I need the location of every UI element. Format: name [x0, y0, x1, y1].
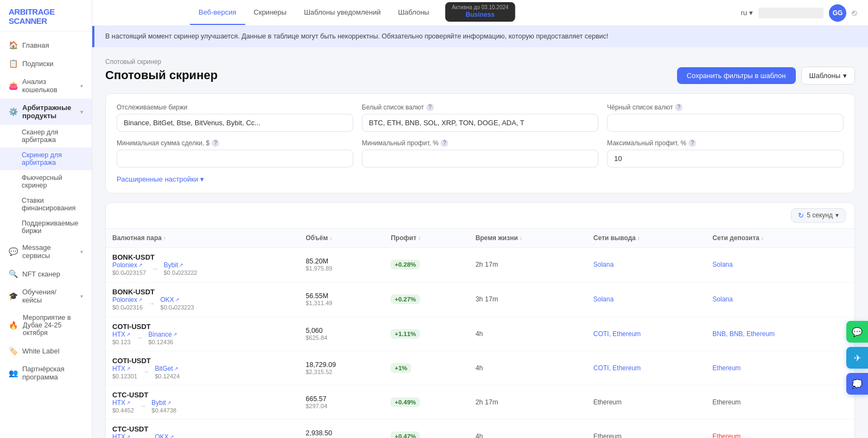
col-pair[interactable]: Валютная пара↑ — [106, 229, 299, 248]
col-withdraw_networks[interactable]: Сети вывода↕ — [587, 229, 706, 248]
cell-profit: +0.47% — [384, 419, 469, 438]
min-profit-input[interactable] — [362, 150, 598, 168]
col-lifetime[interactable]: Время жизни↕ — [469, 229, 586, 248]
deposit-network[interactable]: BNB, BNB, Ethereum — [712, 330, 775, 338]
chat-button[interactable]: 💭 — [846, 373, 868, 395]
sidebar-item-dubai-event[interactable]: 🔥Мероприятие в Дубае 24-25 октября — [0, 309, 92, 342]
to-exchange-link[interactable]: OKX ↗ — [155, 433, 180, 438]
cell-lifetime: 2h 17m — [469, 247, 586, 282]
sidebar-item-label: Мероприятие в Дубае 24-25 октября — [23, 314, 83, 337]
sidebar-item-message-services[interactable]: 💬Message сервисы▾ — [0, 239, 92, 265]
lifetime-value: 4h — [475, 364, 483, 372]
deposit-network[interactable]: Ethereum — [712, 364, 741, 372]
withdraw-network[interactable]: COTI, Ethereum — [593, 364, 641, 372]
sidebar-item-supported-exchanges[interactable]: Поддерживаемые биржи — [0, 216, 92, 239]
sidebar-item-nft-scanner[interactable]: 🔍NFT сканер — [0, 265, 92, 283]
cell-pair: BONK-USDT Poloniex ↗ $0.0₄023157 → Bybit… — [106, 247, 299, 282]
language-selector[interactable]: ru ▾ — [741, 9, 753, 17]
table-row[interactable]: CTC-USDT HTX ↗ $0.4452 → Bybit ↗ $0.4473… — [106, 385, 854, 419]
exchanges-input[interactable] — [117, 114, 353, 132]
exchange-cell: HTX ↗ $0.4452 → Bybit ↗ $0.44738 — [112, 399, 292, 414]
whitelist-help-icon[interactable]: ? — [426, 104, 434, 111]
from-exchange-link[interactable]: HTX ↗ — [112, 399, 134, 407]
external-link-icon: ↗ — [167, 400, 171, 405]
pair-name: CTC-USDT — [112, 391, 292, 399]
sidebar-item-arb-products[interactable]: ⚙️Арбитражные продукты▾ — [0, 99, 92, 125]
from-exchange-link[interactable]: HTX ↗ — [112, 331, 131, 338]
logout-button[interactable]: ⎋ — [852, 8, 857, 18]
cell-deposit-networks: Ethereum — [706, 419, 854, 438]
sidebar-item-label: Партнёрская программа — [22, 365, 83, 381]
sidebar-item-home[interactable]: 🏠Главная — [0, 36, 92, 54]
cell-volume: 5,060$625.84 — [299, 317, 384, 351]
col-volume[interactable]: Объём↕ — [299, 229, 384, 248]
blacklist-input[interactable] — [607, 114, 844, 132]
to-exchange-link[interactable]: Bybit ↗ — [151, 399, 176, 407]
telegram-button[interactable]: ✈ — [846, 347, 868, 369]
table-row[interactable]: BONK-USDT Poloniex ↗ $0.0₄023157 → Bybit… — [106, 247, 854, 282]
table-row[interactable]: COTI-USDT HTX ↗ $0.123 → Binance ↗ $0.12… — [106, 317, 854, 351]
col-profit[interactable]: Профит↕ — [384, 229, 469, 248]
sidebar-item-education[interactable]: 🎓Обучения/кейсы▾ — [0, 283, 92, 309]
to-exchange-link[interactable]: OKX ↗ — [161, 296, 194, 304]
from-exchange-link[interactable]: HTX ↗ — [112, 365, 137, 372]
filter-exchanges: Отслеживаемые биржи — [117, 104, 353, 132]
lifetime-value: 4h — [475, 433, 483, 438]
to-exchange-link[interactable]: BitGet ↗ — [155, 365, 180, 372]
from-exchange-link[interactable]: Poloniex ↗ — [112, 261, 146, 269]
tab-web[interactable]: Веб-версия — [190, 1, 245, 25]
to-exchange-link[interactable]: Binance ↗ — [149, 331, 177, 338]
tab-screeners[interactable]: Скринеры — [245, 1, 296, 25]
withdraw-network[interactable]: Ethereum — [593, 398, 622, 406]
deposit-network[interactable]: Solana — [712, 261, 732, 268]
whitelist-input[interactable] — [362, 114, 598, 132]
advanced-settings-toggle[interactable]: Расширенные настройки ▾ — [117, 175, 844, 183]
sidebar-item-wallet-analysis[interactable]: 👛Анализ кошельков▾ — [0, 73, 92, 99]
refresh-button[interactable]: ↻ 5 секунд ▾ — [791, 208, 846, 223]
cell-deposit-networks: Ethereum — [706, 385, 854, 419]
table-row[interactable]: CTC-USDT HTX ↗ $0.44522 → OKX ↗ $0.44731… — [106, 419, 854, 438]
from-exchange-link[interactable]: HTX ↗ — [112, 433, 137, 438]
from-exchange-link[interactable]: Poloniex ↗ — [112, 296, 143, 304]
filter-min-profit: Минимальный профит, % ? — [362, 139, 598, 168]
subscriptions-icon: 📋 — [9, 59, 17, 68]
sidebar-item-futures-screener[interactable]: Фьючерсный скринер — [0, 170, 92, 193]
table-row[interactable]: BONK-USDT Poloniex ↗ $0.0₄02316 → OKX ↗ … — [106, 282, 854, 317]
blacklist-label: Чёрный список валют ? — [607, 104, 844, 111]
withdraw-network[interactable]: COTI, Ethereum — [593, 330, 641, 338]
banner-text: В настоящий момент скринер улучшается. Д… — [105, 33, 608, 40]
tab-notification-templates[interactable]: Шаблоны уведомлений — [295, 1, 390, 25]
withdraw-network[interactable]: Solana — [593, 295, 614, 303]
max-profit-input[interactable] — [607, 150, 844, 168]
sidebar-item-funding-rates[interactable]: Ставки финансирования — [0, 193, 92, 216]
deposit-network[interactable]: Solana — [712, 295, 732, 303]
min-amount-help-icon[interactable]: ? — [212, 139, 219, 147]
blacklist-help-icon[interactable]: ? — [675, 104, 682, 111]
deposit-network[interactable]: Ethereum — [712, 398, 741, 406]
max-profit-help-icon[interactable]: ? — [688, 139, 696, 147]
sidebar-item-scanner-arb[interactable]: Сканер для арбитража — [0, 125, 92, 147]
deposit-network[interactable]: Ethereum — [712, 433, 741, 438]
sidebar-item-subscriptions[interactable]: 📋Подписки — [0, 54, 92, 73]
withdraw-network[interactable]: Solana — [593, 261, 614, 268]
sidebar-item-label: Подписки — [22, 60, 54, 68]
min-profit-help-icon[interactable]: ? — [441, 139, 448, 147]
cell-pair: BONK-USDT Poloniex ↗ $0.0₄02316 → OKX ↗ … — [106, 282, 299, 317]
plan-name: Business — [452, 11, 509, 20]
table-row[interactable]: COTI-USDT HTX ↗ $0.12301 → BitGet ↗ $0.1… — [106, 351, 854, 385]
sort-icon: ↕ — [520, 235, 522, 241]
chevron-icon: ▾ — [80, 249, 83, 255]
whatsapp-button[interactable]: 💬 — [846, 321, 868, 343]
cell-profit: +0.27% — [384, 282, 469, 317]
sidebar-item-screener-arb[interactable]: Скринер для арбитража — [0, 147, 92, 170]
templates-button[interactable]: Шаблоны ▾ — [801, 67, 856, 85]
sidebar-item-white-label[interactable]: 🏷️White Label — [0, 342, 92, 360]
col-deposit_networks[interactable]: Сети депозита↕ — [706, 229, 854, 248]
save-filters-button[interactable]: Сохранить фильтры в шаблон — [677, 67, 796, 84]
sidebar: ARBITRAGE SCANNER 🏠Главная📋Подписки👛Анал… — [0, 0, 92, 438]
to-exchange-link[interactable]: Bybit ↗ — [164, 261, 197, 269]
withdraw-network[interactable]: Ethereum — [593, 433, 622, 438]
sidebar-item-partner-program[interactable]: 👥Партнёрская программа — [0, 360, 92, 386]
min-amount-input[interactable] — [117, 150, 353, 168]
tab-templates[interactable]: Шаблоны — [390, 1, 438, 25]
